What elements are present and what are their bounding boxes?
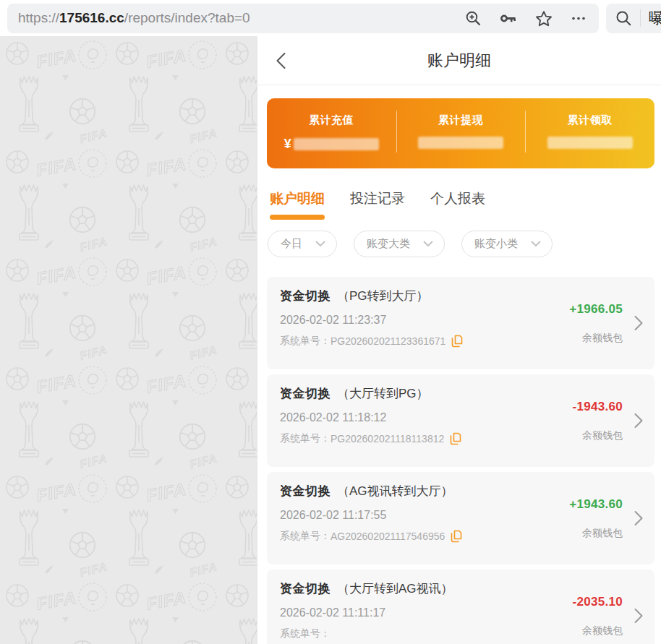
copy-icon[interactable] bbox=[451, 335, 463, 348]
txn-type: 资金切换 bbox=[280, 582, 330, 596]
url-domain: 175616.cc bbox=[59, 10, 124, 25]
txn-order-number: PG202602021123361671 bbox=[330, 335, 445, 347]
masked-value bbox=[294, 138, 379, 150]
summary-value bbox=[396, 137, 526, 149]
browser-toolbar: https://175616.cc/reports/index?tab=0 bbox=[0, 0, 661, 36]
tab-label: 个人报表 bbox=[430, 191, 485, 206]
txn-amount: -1943.60 bbox=[572, 400, 623, 414]
summary-label: 累计领取 bbox=[525, 113, 654, 127]
copy-icon[interactable] bbox=[451, 530, 462, 543]
filter-label: 账变大类 bbox=[367, 237, 410, 251]
chevron-right-icon[interactable] bbox=[634, 316, 643, 331]
summary-total-withdrawal: 累计提现 bbox=[396, 98, 526, 168]
summary-total-claimed: 累计领取 bbox=[525, 98, 654, 168]
txn-order-label: 系统单号： bbox=[280, 627, 330, 640]
transaction-row[interactable]: 资金切换（大厅转到PG） 2026-02-02 11:18:12 系统单号：PG… bbox=[267, 374, 654, 467]
page-content: FIFA FIFA 账户明细 bbox=[0, 36, 661, 644]
txn-subtitle: （大厅转到PG） bbox=[337, 387, 429, 400]
masked-value bbox=[418, 137, 503, 149]
txn-order-label: 系统单号： bbox=[280, 432, 330, 445]
copy-icon[interactable] bbox=[450, 432, 461, 445]
address-bar[interactable]: https://175616.cc/reports/index?tab=0 bbox=[7, 4, 599, 33]
summary-value bbox=[525, 137, 654, 149]
search-divider bbox=[640, 9, 641, 27]
page-title: 账户明细 bbox=[427, 50, 491, 72]
active-tab-underline bbox=[270, 215, 325, 220]
chevron-down-icon bbox=[531, 241, 541, 247]
filter-bar: 今日 账变大类 账变小类 bbox=[268, 231, 654, 257]
txn-wallet-label: 余额钱包 bbox=[582, 429, 623, 442]
url-text: https://175616.cc/reports/index?tab=0 bbox=[18, 10, 465, 26]
txn-amount: +1943.60 bbox=[569, 497, 623, 512]
star-icon[interactable] bbox=[535, 10, 553, 27]
url-scheme: https:// bbox=[18, 10, 59, 25]
filter-label: 今日 bbox=[281, 237, 302, 251]
panel-header: 账户明细 bbox=[257, 36, 661, 85]
chevron-down-icon bbox=[315, 241, 325, 247]
txn-type: 资金切换 bbox=[280, 289, 330, 303]
chevron-right-icon[interactable] bbox=[634, 511, 643, 526]
watermark-background: FIFA FIFA bbox=[0, 36, 257, 644]
tab-label: 投注记录 bbox=[350, 191, 405, 206]
txn-order-label: 系统单号： bbox=[280, 335, 330, 348]
browser-search-box[interactable]: 曝 bbox=[606, 4, 661, 33]
chevron-right-icon[interactable] bbox=[634, 609, 643, 624]
tab-label: 账户明细 bbox=[270, 191, 325, 206]
tab-personal-report[interactable]: 个人报表 bbox=[430, 189, 485, 220]
txn-wallet-label: 余额钱包 bbox=[582, 332, 623, 345]
txn-subtitle: （PG转到大厅） bbox=[337, 289, 429, 303]
chevron-right-icon[interactable] bbox=[634, 413, 643, 429]
summary-value: ¥ bbox=[267, 137, 396, 152]
filter-change-major-category[interactable]: 账变大类 bbox=[354, 231, 445, 257]
address-bar-icons bbox=[465, 10, 587, 27]
transaction-row[interactable]: 资金切换（PG转到大厅） 2026-02-02 11:23:37 系统单号：PG… bbox=[267, 277, 654, 369]
txn-type: 资金切换 bbox=[280, 484, 330, 498]
summary-label: 累计提现 bbox=[396, 113, 526, 127]
tab-account-details[interactable]: 账户明细 bbox=[270, 189, 325, 220]
tab-bet-records[interactable]: 投注记录 bbox=[350, 189, 405, 220]
key-icon[interactable] bbox=[500, 10, 517, 27]
masked-value bbox=[547, 137, 633, 149]
transaction-row[interactable]: 资金切换（AG视讯转到大厅） 2026-02-02 11:17:55 系统单号：… bbox=[267, 472, 654, 564]
filter-label: 账变小类 bbox=[474, 237, 518, 251]
txn-type: 资金切换 bbox=[280, 387, 330, 400]
txn-amount: -2035.10 bbox=[572, 595, 623, 609]
currency-symbol: ¥ bbox=[284, 137, 291, 152]
transaction-row[interactable]: 资金切换（大厅转到AG视讯） 2026-02-02 11:11:17 系统单号：… bbox=[267, 570, 654, 644]
tab-bar: 账户明细 投注记录 个人报表 bbox=[270, 189, 654, 220]
txn-order-number: PG202602021118113812 bbox=[330, 433, 444, 445]
more-icon[interactable] bbox=[571, 10, 587, 27]
url-path: /reports/index?tab=0 bbox=[124, 10, 250, 25]
zoom-in-icon[interactable] bbox=[465, 10, 482, 27]
summary-card: 累计充值 ¥ 累计提现 累计领取 bbox=[267, 98, 654, 168]
txn-subtitle: （AG视讯转到大厅） bbox=[337, 484, 453, 498]
summary-label: 累计充值 bbox=[267, 113, 396, 127]
transaction-list: 资金切换（PG转到大厅） 2026-02-02 11:23:37 系统单号：PG… bbox=[267, 277, 654, 644]
summary-total-deposit: 累计充值 ¥ bbox=[267, 98, 396, 168]
search-query-text: 曝 bbox=[649, 8, 661, 28]
search-icon bbox=[615, 10, 632, 27]
txn-order-number: AG202602021117546956 bbox=[330, 531, 445, 542]
txn-amount: +1966.05 bbox=[569, 302, 623, 317]
filter-date-range[interactable]: 今日 bbox=[268, 231, 337, 257]
account-detail-panel: 账户明细 累计充值 ¥ 累计提现 累计领取 bbox=[257, 36, 661, 644]
txn-wallet-label: 余额钱包 bbox=[582, 624, 623, 637]
txn-order-label: 系统单号： bbox=[280, 530, 330, 543]
chevron-left-icon bbox=[276, 52, 286, 69]
txn-subtitle: （大厅转到AG视讯） bbox=[337, 582, 453, 596]
back-button[interactable] bbox=[276, 52, 286, 69]
txn-wallet-label: 余额钱包 bbox=[582, 527, 623, 540]
chevron-down-icon bbox=[423, 241, 433, 247]
filter-change-minor-category[interactable]: 账变小类 bbox=[461, 231, 553, 257]
